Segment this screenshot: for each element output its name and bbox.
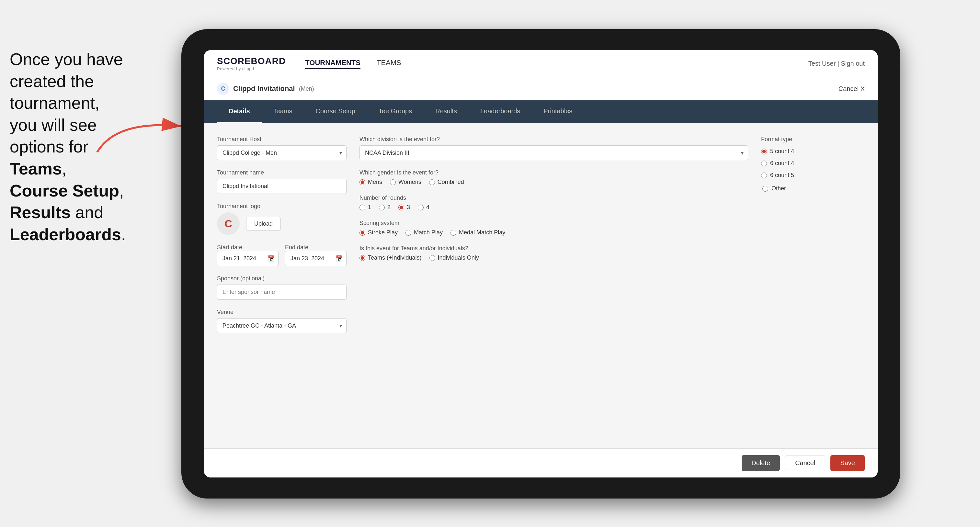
division-select-wrapper: NCAA Division III xyxy=(360,145,748,160)
rounds-3-label: 3 xyxy=(407,204,410,211)
tab-printables[interactable]: Printables xyxy=(532,100,584,123)
main-content: Tournament Host Clippd College - Men Tou… xyxy=(204,123,878,448)
rounds-radio-group: 1 2 3 4 xyxy=(360,204,748,211)
rounds-3-radio[interactable] xyxy=(398,205,404,210)
event-type-radio-group: Teams (+Individuals) Individuals Only xyxy=(360,254,748,261)
rounds-1-option[interactable]: 1 xyxy=(360,204,371,211)
venue-field: Venue Peachtree GC - Atlanta - GA xyxy=(217,309,347,333)
tournament-logo-label: Tournament logo xyxy=(217,203,347,210)
scoring-label: Scoring system xyxy=(360,220,748,227)
scoring-match-option[interactable]: Match Play xyxy=(406,229,443,236)
format-5count4-radio[interactable] xyxy=(761,149,767,154)
nav-tournaments[interactable]: TOURNAMENTS xyxy=(305,59,360,69)
cancel-top-button[interactable]: Cancel X xyxy=(838,85,865,92)
format-other-radio[interactable] xyxy=(762,186,768,192)
format-6count5-radio[interactable] xyxy=(761,173,767,178)
instruction-teams: Teams xyxy=(10,159,62,178)
gender-mens-label: Mens xyxy=(368,179,382,186)
scoring-stroke-radio[interactable] xyxy=(360,230,365,236)
scoreboard-logo: SCOREBOARD Powered by clippd xyxy=(217,56,286,71)
format-6count4-option[interactable]: 6 count 4 xyxy=(761,160,865,167)
gender-combined-radio[interactable] xyxy=(429,179,435,185)
event-type-teams-radio[interactable] xyxy=(360,255,365,261)
format-5count4-option[interactable]: 5 count 4 xyxy=(761,148,865,155)
sponsor-field: Sponsor (optional) xyxy=(217,275,347,300)
tab-leaderboards[interactable]: Leaderboards xyxy=(469,100,532,123)
event-type-teams-option[interactable]: Teams (+Individuals) xyxy=(360,254,422,261)
tournament-icon: C xyxy=(217,83,229,95)
tab-results[interactable]: Results xyxy=(423,100,469,123)
rounds-1-radio[interactable] xyxy=(360,205,365,210)
division-select[interactable]: NCAA Division III xyxy=(360,145,748,160)
tournament-host-field: Tournament Host Clippd College - Men xyxy=(217,136,347,160)
user-info[interactable]: Test User | Sign out xyxy=(808,60,865,67)
start-date-group: Start date 📅 xyxy=(217,244,278,266)
scoreboard-subtitle: Powered by clippd xyxy=(217,67,286,71)
tournament-name-field: Tournament name xyxy=(217,169,347,194)
start-calendar-icon: 📅 xyxy=(267,255,275,262)
left-form-section: Tournament Host Clippd College - Men Tou… xyxy=(217,136,347,333)
gender-combined-option[interactable]: Combined xyxy=(429,179,464,186)
tablet-frame: SCOREBOARD Powered by clippd TOURNAMENTS… xyxy=(181,29,900,498)
event-type-field: Is this event for Teams and/or Individua… xyxy=(360,245,748,261)
user-area: Test User | Sign out xyxy=(808,60,865,67)
delete-button[interactable]: Delete xyxy=(741,455,780,471)
tournament-host-select[interactable]: Clippd College - Men xyxy=(217,145,347,160)
middle-form-section: Which division is the event for? NCAA Di… xyxy=(360,136,748,333)
format-6count5-option[interactable]: 6 count 5 xyxy=(761,172,865,179)
scoring-medal-label: Medal Match Play xyxy=(459,229,505,236)
gender-womens-label: Womens xyxy=(398,179,422,186)
start-date-wrapper: 📅 xyxy=(217,251,278,266)
scoring-medal-radio[interactable] xyxy=(450,230,456,236)
rounds-2-option[interactable]: 2 xyxy=(379,204,391,211)
save-button[interactable]: Save xyxy=(830,455,865,471)
nav-teams[interactable]: TEAMS xyxy=(377,59,401,69)
gender-mens-option[interactable]: Mens xyxy=(360,179,382,186)
format-type-label: Format type xyxy=(761,136,865,143)
format-6count4-radio[interactable] xyxy=(761,160,767,167)
division-label: Which division is the event for? xyxy=(360,136,748,143)
rounds-4-label: 4 xyxy=(426,204,430,211)
logo-area: SCOREBOARD Powered by clippd TOURNAMENTS… xyxy=(217,56,401,71)
gender-combined-label: Combined xyxy=(438,179,464,186)
rounds-3-option[interactable]: 3 xyxy=(398,204,410,211)
tab-tee-groups[interactable]: Tee Groups xyxy=(367,100,423,123)
rounds-2-radio[interactable] xyxy=(379,205,385,210)
event-type-individuals-option[interactable]: Individuals Only xyxy=(430,254,479,261)
tab-navigation: Details Teams Course Setup Tee Groups Re… xyxy=(204,100,878,123)
scoring-stroke-label: Stroke Play xyxy=(368,229,398,236)
scoring-stroke-option[interactable]: Stroke Play xyxy=(360,229,398,236)
gender-womens-radio[interactable] xyxy=(390,179,396,185)
venue-select[interactable]: Peachtree GC - Atlanta - GA xyxy=(217,318,347,333)
instruction-results: Results xyxy=(10,203,71,222)
scoring-match-radio[interactable] xyxy=(406,230,411,236)
instruction-course: Course Setup xyxy=(10,181,119,200)
tab-details[interactable]: Details xyxy=(217,100,262,123)
tournament-host-select-wrapper: Clippd College - Men xyxy=(217,145,347,160)
tournament-bar: C Clippd Invitational (Men) Cancel X xyxy=(204,77,878,100)
scoring-medal-option[interactable]: Medal Match Play xyxy=(450,229,505,236)
tab-teams[interactable]: Teams xyxy=(262,100,304,123)
tournament-name-label: Tournament name xyxy=(217,169,347,176)
tournament-name-input[interactable] xyxy=(217,179,347,194)
venue-label: Venue xyxy=(217,309,347,316)
gender-womens-option[interactable]: Womens xyxy=(390,179,422,186)
gender-field: Which gender is the event for? Mens Wome… xyxy=(360,169,748,186)
tab-course-setup[interactable]: Course Setup xyxy=(304,100,367,123)
logo-preview: C xyxy=(217,212,240,235)
upload-button[interactable]: Upload xyxy=(246,217,281,231)
tournament-logo-field: Tournament logo C Upload xyxy=(217,203,347,235)
cancel-button[interactable]: Cancel xyxy=(785,455,825,471)
event-type-individuals-radio[interactable] xyxy=(430,255,435,261)
event-type-label: Is this event for Teams and/or Individua… xyxy=(360,245,748,252)
rounds-4-radio[interactable] xyxy=(418,205,423,210)
logo-upload-area: C Upload xyxy=(217,212,347,235)
gender-mens-radio[interactable] xyxy=(360,179,365,185)
event-type-teams-label: Teams (+Individuals) xyxy=(368,254,422,261)
tournament-breadcrumb: C Clippd Invitational (Men) xyxy=(217,83,314,95)
format-other-option[interactable]: Other xyxy=(762,185,865,192)
format-5count4-label: 5 count 4 xyxy=(770,148,794,155)
sponsor-input[interactable] xyxy=(217,284,347,300)
rounds-4-option[interactable]: 4 xyxy=(418,204,430,211)
scoring-field: Scoring system Stroke Play Match Play xyxy=(360,220,748,236)
